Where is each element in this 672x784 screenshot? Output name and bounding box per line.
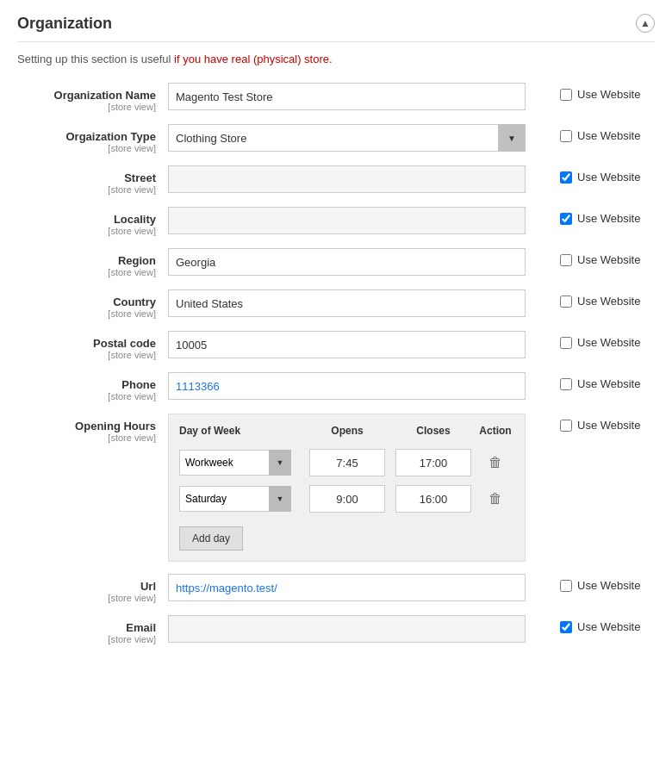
opening-hours-row: Opening Hours [store view] Day of Week O… [17, 414, 655, 562]
oh-delete-2-button[interactable]: 🗑 [488, 491, 502, 507]
org-type-row: Orgaization Type [store view] Clothing S… [17, 124, 655, 153]
oh-day-select-1: Workweek Monday Tuesday Wednesday Thursd… [179, 450, 291, 476]
oh-row1-closes [390, 449, 476, 476]
oh-day-select-2: Workweek Monday Tuesday Wednesday Thursd… [179, 486, 291, 512]
org-type-use-website-checkbox[interactable] [560, 130, 572, 142]
oh-row-2: Workweek Monday Tuesday Wednesday Thursd… [179, 485, 514, 513]
oh-opens-1-input[interactable] [309, 449, 385, 476]
region-control [168, 248, 548, 276]
oh-header-closes: Closes [390, 425, 476, 437]
country-input[interactable] [168, 289, 526, 317]
email-label: Email [store view] [17, 615, 168, 644]
oh-day-select-1-input[interactable]: Workweek Monday Tuesday Wednesday Thursd… [179, 450, 291, 476]
org-type-control: Clothing Store Electronics Store Food & … [168, 124, 548, 152]
email-use-website: Use Website [560, 615, 655, 633]
postal-code-row: Postal code [store view] Use Website [17, 331, 655, 360]
locality-row: Locality [store view] Use Website [17, 207, 655, 236]
add-day-wrap: Add day [179, 521, 514, 551]
country-use-website: Use Website [560, 289, 655, 308]
postal-code-label: Postal code [store view] [17, 331, 168, 360]
oh-row1-day: Workweek Monday Tuesday Wednesday Thursd… [179, 450, 304, 476]
phone-control [168, 372, 548, 400]
email-row: Email [store view] Use Website [17, 615, 655, 644]
url-label: Url [store view] [17, 574, 168, 603]
region-input[interactable] [168, 248, 526, 276]
country-use-website-checkbox[interactable] [560, 296, 572, 308]
oh-row1-action: 🗑 [476, 455, 514, 470]
opening-hours-use-website: Use Website [560, 414, 655, 432]
country-label: Country [store view] [17, 289, 168, 319]
oh-table-header: Day of Week Opens Closes Action [179, 425, 514, 440]
locality-label: Locality [store view] [17, 207, 168, 236]
street-input[interactable] [168, 165, 526, 193]
org-name-label: Organization Name [store view] [17, 83, 168, 112]
section-description: Setting up this section is useful if you… [17, 53, 655, 65]
region-label: Region [store view] [17, 248, 168, 277]
street-use-website: Use Website [560, 165, 655, 184]
postal-code-input[interactable] [168, 331, 526, 358]
url-input[interactable] [168, 574, 526, 601]
email-control [168, 615, 548, 643]
oh-header-action: Action [476, 425, 514, 437]
oh-closes-1-input[interactable] [395, 449, 471, 476]
oh-row2-closes [390, 485, 476, 513]
org-type-select[interactable]: Clothing Store Electronics Store Food & … [168, 124, 526, 152]
locality-use-website: Use Website [560, 207, 655, 225]
collapse-icon[interactable]: ▲ [636, 14, 655, 33]
country-control [168, 289, 548, 317]
street-control [168, 165, 548, 193]
section-title: Organization [17, 15, 112, 33]
oh-row1-opens [304, 449, 390, 476]
street-use-website-checkbox[interactable] [560, 171, 572, 184]
street-label: Street [store view] [17, 165, 168, 195]
oh-closes-2-input[interactable] [395, 485, 471, 513]
org-name-use-website-checkbox[interactable] [560, 89, 572, 101]
opening-hours-control: Day of Week Opens Closes Action Workweek… [168, 414, 548, 562]
street-row: Street [store view] Use Website [17, 165, 655, 195]
postal-code-use-website: Use Website [560, 331, 655, 349]
org-type-label: Orgaization Type [store view] [17, 124, 168, 153]
oh-day-select-2-input[interactable]: Workweek Monday Tuesday Wednesday Thursd… [179, 486, 291, 512]
org-type-select-wrapper: Clothing Store Electronics Store Food & … [168, 124, 526, 152]
phone-use-website-checkbox[interactable] [560, 378, 572, 390]
country-row: Country [store view] Use Website [17, 289, 655, 319]
locality-input[interactable] [168, 207, 526, 234]
phone-row: Phone [store view] Use Website [17, 372, 655, 401]
org-name-row: Organization Name [store view] Use Websi… [17, 83, 655, 112]
oh-delete-1-button[interactable]: 🗑 [488, 455, 502, 470]
oh-opens-2-input[interactable] [309, 485, 385, 513]
phone-input[interactable] [168, 372, 526, 400]
url-row: Url [store view] Use Website [17, 574, 655, 603]
org-type-use-website: Use Website [560, 124, 655, 142]
oh-header-day: Day of Week [179, 425, 304, 437]
postal-code-use-website-checkbox[interactable] [560, 337, 572, 349]
oh-header-opens: Opens [304, 425, 390, 437]
section-header: Organization ▲ [17, 14, 655, 42]
org-name-input[interactable] [168, 83, 526, 110]
phone-label: Phone [store view] [17, 372, 168, 401]
chevron-up-icon: ▲ [640, 17, 650, 29]
org-name-control [168, 83, 548, 110]
region-use-website-checkbox[interactable] [560, 254, 572, 266]
add-day-button[interactable]: Add day [179, 526, 243, 551]
url-use-website: Use Website [560, 574, 655, 592]
email-use-website-checkbox[interactable] [560, 621, 572, 633]
oh-row2-day: Workweek Monday Tuesday Wednesday Thursd… [179, 486, 304, 512]
org-name-use-website: Use Website [560, 83, 655, 101]
region-row: Region [store view] Use Website [17, 248, 655, 277]
opening-hours-box: Day of Week Opens Closes Action Workweek… [168, 414, 526, 562]
phone-use-website: Use Website [560, 372, 655, 390]
postal-code-control [168, 331, 548, 358]
region-use-website: Use Website [560, 248, 655, 266]
opening-hours-label: Opening Hours [store view] [17, 414, 168, 443]
oh-row2-action: 🗑 [476, 491, 514, 507]
oh-row2-opens [304, 485, 390, 513]
url-control [168, 574, 548, 601]
opening-hours-use-website-checkbox[interactable] [560, 420, 572, 432]
email-input[interactable] [168, 615, 526, 643]
locality-use-website-checkbox[interactable] [560, 213, 572, 225]
locality-control [168, 207, 548, 234]
page-container: Organization ▲ Setting up this section i… [0, 0, 672, 670]
oh-row-1: Workweek Monday Tuesday Wednesday Thursd… [179, 449, 514, 476]
url-use-website-checkbox[interactable] [560, 580, 572, 592]
